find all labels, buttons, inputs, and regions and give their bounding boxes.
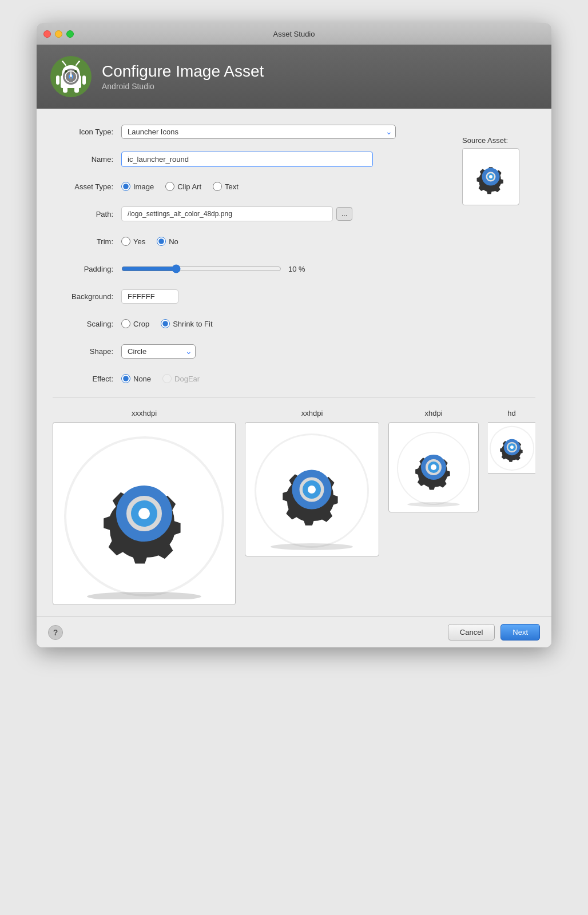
svg-point-42 — [431, 464, 436, 470]
scaling-crop-label: Crop — [133, 320, 149, 328]
shape-row: Shape: Circle Square None ⌄ — [53, 342, 535, 360]
scaling-shrink-label: Shrink to Fit — [173, 320, 212, 328]
preview-xxhdpi: xxhdpi — [245, 409, 379, 556]
traffic-lights — [43, 30, 74, 38]
header-subtitle: Android Studio — [102, 82, 264, 91]
preview-hdpi-box — [488, 422, 535, 474]
divider — [53, 397, 535, 397]
asset-type-text[interactable]: Text — [213, 182, 239, 191]
svg-point-31 — [271, 543, 353, 550]
header-text: Configure Image Asset Android Studio — [102, 62, 264, 91]
preview-xxxhdpi-icon — [58, 428, 230, 599]
scaling-row: Scaling: Crop Shrink to Fit — [53, 315, 535, 333]
background-color-input[interactable] — [121, 289, 178, 304]
asset-type-clipart-label: Clip Art — [177, 182, 201, 191]
name-input[interactable] — [121, 152, 373, 167]
shape-dropdown[interactable]: Circle Square None — [121, 344, 196, 359]
icon-type-dropdown-wrapper: Launcher Icons Action Bar and Tab Icons … — [121, 125, 396, 139]
preview-hdpi: hd — [488, 409, 535, 474]
shape-label: Shape: — [53, 347, 121, 356]
source-asset-box — [462, 148, 519, 205]
preview-xxxhdpi-box — [53, 422, 236, 605]
svg-point-24 — [87, 592, 201, 599]
asset-type-image-label: Image — [133, 182, 154, 191]
padding-value: 10 % — [288, 265, 305, 273]
minimize-button[interactable] — [55, 30, 62, 38]
effect-radio-group: None DogEar — [121, 374, 200, 383]
preview-xxxhdpi-label: xxxhdpi — [132, 409, 157, 417]
asset-type-text-label: Text — [225, 182, 239, 191]
svg-point-6 — [78, 61, 80, 62]
asset-type-clipart[interactable]: Clip Art — [165, 182, 201, 191]
icon-type-label: Icon Type: — [53, 128, 121, 136]
path-browse-button[interactable]: ... — [336, 207, 352, 221]
scaling-shrink[interactable]: Shrink to Fit — [161, 319, 212, 328]
path-input[interactable] — [121, 206, 333, 221]
svg-point-21 — [489, 175, 492, 178]
close-button[interactable] — [43, 30, 51, 38]
svg-point-48 — [510, 445, 514, 449]
source-asset-area: Source Asset: — [462, 136, 519, 205]
source-asset-icon — [468, 154, 514, 200]
header: Configure Image Asset Android Studio — [37, 45, 551, 109]
header-title: Configure Image Asset — [102, 62, 264, 81]
effect-dogear-label: DogEar — [174, 375, 200, 383]
scaling-radio-group: Crop Shrink to Fit — [121, 319, 213, 328]
background-row: Background: — [53, 287, 535, 305]
background-label: Background: — [53, 292, 121, 301]
main-window: Asset Studio — [37, 23, 551, 647]
preview-xhdpi-box — [388, 422, 479, 512]
preview-xxhdpi-box — [245, 422, 379, 556]
svg-rect-10 — [63, 87, 67, 93]
trim-yes[interactable]: Yes — [121, 237, 145, 246]
padding-row: Padding: 10 % — [53, 260, 535, 278]
scaling-crop[interactable]: Crop — [121, 319, 149, 328]
preview-row: xxxhdpi — [53, 409, 535, 605]
preview-xhdpi-label: xhdpi — [424, 409, 442, 417]
path-label: Path: — [53, 210, 121, 218]
titlebar: Asset Studio — [37, 23, 551, 45]
icon-type-dropdown[interactable]: Launcher Icons Action Bar and Tab Icons … — [121, 125, 396, 139]
preview-xxxhdpi: xxxhdpi — [53, 409, 236, 605]
svg-point-28 — [138, 508, 150, 519]
asset-type-radio-group: Image Clip Art Text — [121, 182, 239, 191]
trim-radio-group: Yes No — [121, 237, 178, 246]
asset-type-image[interactable]: Image — [121, 182, 154, 191]
preview-section: xxxhdpi — [53, 409, 535, 605]
effect-none-label: None — [133, 375, 151, 383]
shape-dropdown-wrapper: Circle Square None ⌄ — [121, 344, 196, 359]
path-row: Path: ... — [53, 205, 535, 223]
source-asset-label: Source Asset: — [462, 136, 519, 145]
svg-rect-9 — [82, 75, 86, 85]
trim-label: Trim: — [53, 237, 121, 246]
scaling-label: Scaling: — [53, 320, 121, 328]
maximize-button[interactable] — [66, 30, 74, 38]
footer: ? Cancel Next — [37, 616, 551, 647]
preview-xxhdpi-label: xxhdpi — [301, 409, 323, 417]
preview-xxhdpi-icon — [251, 428, 374, 551]
next-button[interactable]: Next — [500, 624, 540, 640]
padding-slider[interactable] — [121, 264, 281, 273]
effect-none[interactable]: None — [121, 374, 151, 383]
svg-rect-11 — [74, 87, 79, 93]
padding-label: Padding: — [53, 265, 121, 273]
help-button[interactable]: ? — [48, 625, 63, 640]
preview-xhdpi: xhdpi — [388, 409, 479, 512]
cancel-button[interactable]: Cancel — [448, 624, 495, 640]
slider-wrapper: 10 % — [121, 264, 305, 273]
preview-hdpi-icon — [488, 422, 535, 474]
footer-left: ? — [48, 625, 63, 640]
trim-row: Trim: Yes No — [53, 232, 535, 250]
name-label: Name: — [53, 155, 121, 164]
main-content: Source Asset: — [37, 109, 551, 616]
effect-row: Effect: None DogEar — [53, 369, 535, 388]
trim-no-label: No — [169, 237, 178, 246]
preview-hdpi-label: hd — [507, 409, 515, 417]
effect-dogear[interactable]: DogEar — [162, 374, 200, 383]
svg-point-35 — [308, 486, 316, 494]
svg-point-4 — [62, 61, 63, 62]
trim-no[interactable]: No — [157, 237, 178, 246]
form-area: Source Asset: — [53, 122, 535, 388]
svg-point-38 — [407, 502, 460, 507]
preview-xhdpi-icon — [394, 427, 474, 507]
